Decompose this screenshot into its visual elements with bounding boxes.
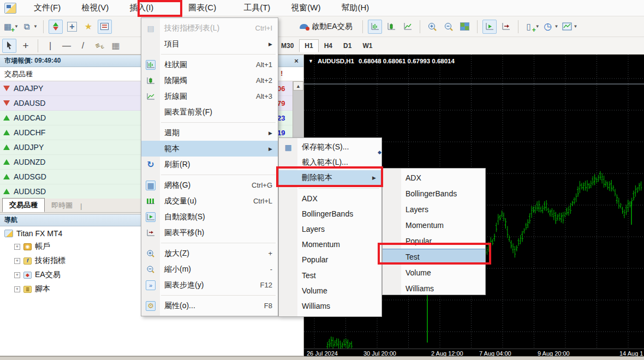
menu-item-delete-popular[interactable]: Popular xyxy=(383,233,485,249)
menu-item-refresh[interactable]: ↻ 刷新(R) xyxy=(141,157,278,172)
line-studies-toolbar: + | — / ≡E ▦ M30 H1 H4 D1 W1 xyxy=(0,37,644,55)
menu-item-delete-volume[interactable]: Volume xyxy=(383,265,485,280)
chart-profiles-button[interactable]: ⧉▼ xyxy=(21,20,38,34)
properties-gear-icon: ⚙ xyxy=(146,301,156,311)
scroll-up-button[interactable]: ▲ xyxy=(293,81,303,91)
menu-item-template-bollingerbands[interactable]: BollingerBands xyxy=(279,206,381,221)
timeframe-h4[interactable]: H4 xyxy=(319,39,338,52)
menu-item-indicators-list[interactable]: ▤ 技術指標列表(L)Ctrl+I xyxy=(141,20,278,36)
menubar-item-tools[interactable]: 工具(T) xyxy=(240,1,273,15)
chart-title: ▼ AUDUSD,H1 0.68048 0.68061 0.67993 0.68… xyxy=(308,58,455,64)
menu-item-template-adx[interactable]: ADX xyxy=(279,191,381,206)
menubar-item-charts[interactable]: 圖表(C) xyxy=(185,1,219,15)
bid-price-fragment: 06 xyxy=(277,85,291,93)
menu-item-chart-foreground[interactable]: 圖表置前景(F) xyxy=(141,104,278,120)
shapes-button[interactable]: ▦ xyxy=(109,39,123,53)
line-chart-button[interactable] xyxy=(401,20,415,34)
menu-item-step-by-step[interactable]: » 圖表步進(y)F12 xyxy=(141,277,278,293)
menu-item-period[interactable]: 週期▶ xyxy=(141,125,278,141)
tile-windows-button[interactable] xyxy=(458,20,472,34)
menu-item-template[interactable]: 範本▶ xyxy=(141,141,278,157)
zoom-in-icon xyxy=(427,22,437,32)
menu-separator xyxy=(141,120,278,125)
menu-item-save-template[interactable]: ▦◆ 保存範本(S)... xyxy=(279,140,381,155)
menu-item-template-momentum[interactable]: Momentum xyxy=(279,237,381,252)
menu-item-properties[interactable]: ⚙ 屬性(o)...F8 xyxy=(141,298,278,314)
new-order-button[interactable]: ▯+▼ xyxy=(523,20,540,34)
app-icon xyxy=(4,3,16,14)
function-icon: f xyxy=(23,257,32,265)
menubar-item-view[interactable]: 檢視(V) xyxy=(78,1,112,15)
plus-badge-icon: + xyxy=(532,26,536,34)
plus-badge-icon: + xyxy=(11,26,15,34)
zoom-out-button[interactable] xyxy=(442,20,456,34)
menu-item-delete-williams[interactable]: Williams xyxy=(383,280,485,296)
menu-item-delete-momentum[interactable]: Momentum xyxy=(383,217,485,233)
close-icon[interactable]: × xyxy=(292,56,301,65)
new-chart-button[interactable]: ▦+▼ xyxy=(2,20,19,34)
period-clock-button[interactable]: ◷▼ xyxy=(542,20,559,34)
symbol-dropdown-icon[interactable]: ▼ xyxy=(308,58,313,64)
menu-item-bar-chart[interactable]: 柱狀圖Alt+1 xyxy=(141,57,278,73)
menubar-item-help[interactable]: 幫助(H) xyxy=(338,1,372,15)
crosshair-button[interactable]: + xyxy=(19,39,33,53)
tab-tick-chart[interactable]: 即時圖 xyxy=(45,199,79,212)
menu-separator xyxy=(141,52,278,57)
cursor-button[interactable] xyxy=(2,39,16,53)
navigator-toggle-button[interactable]: ★ xyxy=(81,20,96,34)
menu-separator xyxy=(141,293,278,298)
tab-symbols[interactable]: 交易品種 xyxy=(2,198,45,212)
fibonacci-button[interactable]: ≡E xyxy=(92,39,106,53)
autotrading-button[interactable]: 啟動EA交易 xyxy=(295,20,357,34)
menu-item-line-chart[interactable]: 折線圖Alt+3 xyxy=(141,88,278,104)
timeframe-w1[interactable]: W1 xyxy=(357,39,378,52)
menu-item-chart-shift[interactable]: 圖表平移(h) xyxy=(141,225,278,241)
horizontal-line-button[interactable]: — xyxy=(59,39,74,53)
menu-item-template-williams[interactable]: Williams xyxy=(279,298,381,314)
expand-plus-icon[interactable]: + xyxy=(14,286,20,292)
trendline-button[interactable]: / xyxy=(76,39,90,53)
candlestick-chart-button[interactable] xyxy=(384,20,398,34)
market-watch-toggle-button[interactable] xyxy=(49,20,63,34)
terminal-toggle-button[interactable] xyxy=(98,20,112,34)
menu-item-grid[interactable]: ▦ 網格(G)Ctrl+G xyxy=(141,177,278,193)
expand-plus-icon[interactable]: + xyxy=(14,244,20,250)
menu-item-volumes[interactable]: 成交量(u)Ctrl+L xyxy=(141,193,278,209)
menu-item-zoom-in[interactable]: 放大(Z)+ xyxy=(141,245,278,261)
timeframe-toolbar: M30 H1 H4 D1 W1 xyxy=(276,37,378,55)
menubar-item-insert[interactable]: 插入(I) xyxy=(126,1,157,15)
menu-item-template-volume[interactable]: Volume xyxy=(279,283,381,298)
toolbar-separator xyxy=(362,20,363,33)
auto-scroll-button[interactable] xyxy=(482,20,497,34)
step-chart-icon: » xyxy=(146,280,156,290)
menu-item-template-test[interactable]: Test xyxy=(279,268,381,283)
menu-item-delete-adx[interactable]: ADX xyxy=(383,170,485,185)
menu-item-template-layers[interactable]: Layers xyxy=(279,221,381,237)
chart-shift-button[interactable] xyxy=(499,20,513,34)
menu-item-objects[interactable]: 項目▶ xyxy=(141,36,278,52)
refresh-icon: ↻ xyxy=(146,160,156,170)
menu-item-auto-scroll[interactable]: 自動滾動(S) xyxy=(141,209,278,225)
zoom-in-button[interactable] xyxy=(425,20,439,34)
menubar-item-window[interactable]: 視窗(W) xyxy=(288,1,324,15)
menu-item-delete-layers[interactable]: Layers xyxy=(383,201,485,217)
menu-item-delete-test[interactable]: Test xyxy=(383,249,485,265)
expand-plus-icon[interactable]: + xyxy=(14,258,20,264)
chevron-down-icon: ▼ xyxy=(574,24,578,29)
menubar-item-file[interactable]: 文件(F) xyxy=(31,1,64,15)
menu-item-load-template[interactable]: 載入範本(L)... xyxy=(279,155,381,170)
timeframe-h1[interactable]: H1 xyxy=(299,39,318,52)
menu-item-remove-template[interactable]: 刪除範本▶ xyxy=(279,170,381,185)
expand-plus-icon[interactable]: + xyxy=(14,272,20,278)
timeframe-m30[interactable]: M30 xyxy=(276,39,299,52)
data-window-button[interactable]: + xyxy=(65,20,79,34)
timeframe-d1[interactable]: D1 xyxy=(338,39,357,52)
menu-item-zoom-out[interactable]: 縮小(m)- xyxy=(141,261,278,277)
menu-item-candlesticks[interactable]: 陰陽燭Alt+2 xyxy=(141,73,278,88)
bar-chart-button[interactable] xyxy=(368,20,382,34)
menu-item-delete-bollingerbands[interactable]: BollingerBands xyxy=(383,185,485,201)
auto-scroll-icon xyxy=(485,22,494,31)
menu-item-template-popular[interactable]: Popular xyxy=(279,252,381,267)
vertical-line-button[interactable]: | xyxy=(43,39,57,53)
indicators-button[interactable]: ▼ xyxy=(562,20,579,34)
